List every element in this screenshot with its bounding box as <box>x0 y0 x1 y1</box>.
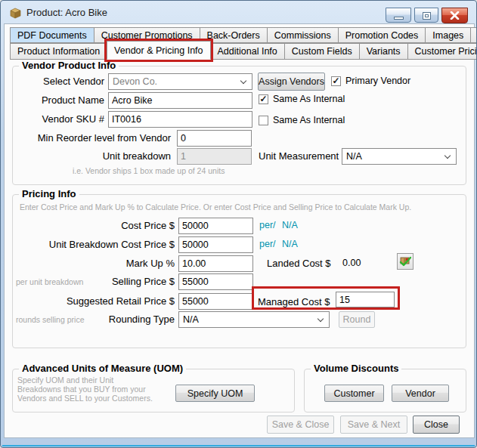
specify-uom-button[interactable]: Specify UOM <box>175 385 255 402</box>
select-vendor-value: Devon Co. <box>113 76 157 87</box>
save-next-button: Save & Next <box>340 416 407 434</box>
rounding-type-value: N/A <box>183 314 199 325</box>
min-reorder-label: Min Reorder level from Vendor <box>16 132 171 144</box>
assign-vendors-button[interactable]: Assign Vendors <box>258 73 325 91</box>
per-value-1: N/A <box>282 220 298 230</box>
package-icon <box>9 7 22 19</box>
restore-button[interactable] <box>414 8 438 23</box>
tab-images[interactable]: Images <box>425 27 471 43</box>
window-title: Product: Acro Bike <box>26 7 107 18</box>
close-button[interactable]: Close <box>413 416 460 434</box>
landed-cost-label: Landed Cost $ <box>267 258 331 269</box>
same-as-internal-label-2: Same As Internal <box>273 115 345 125</box>
unit-measurement-value: N/A <box>346 151 362 162</box>
pricing-info-title: Pricing Info <box>19 188 79 199</box>
product-name-input[interactable] <box>108 92 252 109</box>
unit-measurement-dropdown[interactable]: N/A <box>342 148 457 165</box>
suggested-retail-input[interactable] <box>178 293 253 310</box>
tab-row-2: Product Information Vendor & Pricing Inf… <box>10 43 477 60</box>
restore-icon <box>423 12 431 20</box>
cost-price-input[interactable] <box>178 218 253 234</box>
tab-variants[interactable]: Variants <box>359 43 408 60</box>
tab-vendor-pricing-info[interactable]: Vendor & Pricing Info <box>107 41 210 60</box>
per-label-1: per/ <box>259 220 276 230</box>
landed-cost-button[interactable] <box>397 253 414 270</box>
same-as-internal-checkbox-1[interactable]: ✓ <box>259 94 268 104</box>
product-name-label: Product Name <box>16 94 104 106</box>
save-close-button: Save & Close <box>267 416 334 434</box>
unit-breakdown-hint: i.e. Vendor ships 1 box made up of 24 un… <box>73 166 225 175</box>
close-window-button[interactable] <box>441 8 468 23</box>
close-icon <box>450 11 460 20</box>
uom-title: Advanced Units of Measure (UOM) <box>19 363 186 374</box>
vendor-sku-label: Vendor SKU # <box>16 113 104 125</box>
minimize-button[interactable] <box>386 8 411 23</box>
landed-cost-icon <box>399 255 411 267</box>
window-controls <box>386 8 468 23</box>
rounding-type-dropdown[interactable]: N/A <box>178 311 330 328</box>
checkmark-icon: ✓ <box>332 76 339 86</box>
chevron-down-icon <box>240 78 246 84</box>
markup-label: Mark Up % <box>16 258 175 269</box>
primary-vendor-label: Primary Vendor <box>345 76 410 86</box>
managed-cost-label: Managed Cost $ <box>258 296 330 307</box>
primary-vendor-checkbox[interactable]: ✓ <box>331 76 341 86</box>
unit-measurement-label: Unit Measurement <box>259 150 339 162</box>
round-button: Round <box>339 311 375 328</box>
suggested-retail-label: Suggested Retail Price $ <box>16 295 175 307</box>
vendor-sku-input[interactable] <box>108 111 252 128</box>
rounding-type-label: Rounding Type <box>16 314 175 325</box>
chevron-down-icon <box>444 153 451 159</box>
tab-promotion-codes[interactable]: Promotion Codes <box>338 27 426 43</box>
uom-description-line3: Vendors and SELL to your Customers. <box>17 394 153 403</box>
landed-cost-value: 0.00 <box>342 258 361 268</box>
per-value-2: N/A <box>282 239 298 249</box>
unit-breakdown-cost-input[interactable] <box>178 236 253 253</box>
minimize-icon <box>394 17 404 20</box>
select-vendor-label: Select Vendor <box>16 76 104 87</box>
volume-discount-vendor-button[interactable]: Vendor <box>392 385 449 402</box>
per-label-2: per/ <box>259 239 276 249</box>
same-as-internal-checkbox-2[interactable] <box>259 116 268 125</box>
product-window: Product: Acro Bike PDF Documents Custome… <box>0 0 477 448</box>
volume-discount-customer-button[interactable]: Customer <box>324 385 384 402</box>
tab-product-information[interactable]: Product Information <box>10 43 107 60</box>
cost-price-label: Cost Price $ <box>16 220 175 231</box>
uom-description-line1: Specify UOM and their Unit <box>17 375 113 385</box>
managed-cost-input[interactable] <box>336 292 395 307</box>
selling-price-label: Selling Price $ <box>16 276 175 287</box>
tab-cross-sellers[interactable]: Cross Sellers <box>470 27 477 43</box>
window-bottom-accent <box>2 445 475 446</box>
pricing-hint: Enter Cost Price and Mark Up % to Calcul… <box>20 202 411 212</box>
unit-breakdown-label: Unit breakdown <box>16 150 171 162</box>
unit-breakdown-input <box>177 148 252 165</box>
checkmark-icon: ✓ <box>259 94 267 104</box>
tab-custom-fields[interactable]: Custom Fields <box>284 43 360 60</box>
same-as-internal-label-1: Same As Internal <box>273 94 345 104</box>
volume-discounts-title: Volume Discounts <box>311 363 401 374</box>
tab-pdf-documents[interactable]: PDF Documents <box>10 27 94 43</box>
select-vendor-dropdown[interactable]: Devon Co. <box>108 73 252 90</box>
min-reorder-input[interactable] <box>177 130 252 147</box>
tab-customer-pricing[interactable]: Customer Pricing <box>407 43 477 60</box>
tab-commissions[interactable]: Commissions <box>267 27 339 43</box>
uom-description-line2: Breakdowns that you BUY from your <box>17 385 146 394</box>
unit-breakdown-cost-label: Unit Breakdown Cost Price $ <box>16 239 175 250</box>
tab-row-1: PDF Documents Customer Promotions Back-O… <box>10 27 477 43</box>
tab-additional-info[interactable]: Additional Info <box>210 43 285 60</box>
markup-input[interactable] <box>178 255 253 272</box>
chevron-down-icon <box>317 316 324 322</box>
selling-price-input[interactable] <box>178 273 253 290</box>
vendor-product-info-title: Vendor Product Info <box>19 60 119 71</box>
